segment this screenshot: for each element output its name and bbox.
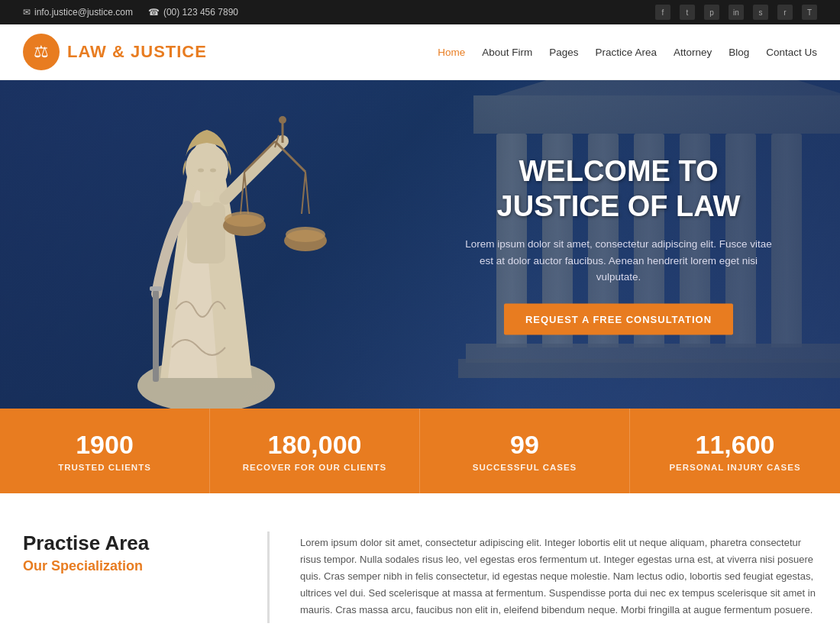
phone-icon: ☎	[148, 7, 160, 18]
about-title: Practise Area	[23, 531, 237, 555]
hero-title: WELCOME TO JUSTICE OF LAW	[458, 154, 779, 224]
svg-line-14	[302, 172, 305, 214]
svg-point-5	[210, 169, 216, 173]
nav-about-firm[interactable]: About Firm	[482, 44, 532, 61]
svg-point-13	[225, 212, 264, 227]
about-divider	[267, 531, 270, 623]
stat-number-recover: 180,000	[225, 430, 404, 460]
hero-subtitle: Lorem ipsum dolor sit amet, consectetur …	[458, 236, 779, 286]
main-nav: Home About Firm Pages Practice Area Atto…	[438, 44, 817, 61]
social-links: f t p in s r T	[655, 5, 817, 20]
stat-injury: 11,600 PERSONAL INJURY CASES	[630, 409, 840, 493]
stats-bar: 1900 TRUSTED CLIENTS 180,000 RECOVER FOR…	[0, 409, 840, 493]
logo-text: LAW & JUSTICE	[67, 42, 207, 62]
about-subtitle: Our Specialization	[23, 558, 237, 574]
header: ⚖ LAW & JUSTICE Home About Firm Pages Pr…	[0, 24, 840, 80]
nav-pages[interactable]: Pages	[549, 44, 578, 61]
top-bar: ✉ info.justice@justice.com ☎ (00) 123 45…	[0, 0, 840, 24]
about-heading: Practise Area Our Specialization	[23, 531, 237, 623]
svg-rect-6	[153, 290, 159, 382]
stat-label-recover: RECOVER FOR OUR CLIENTS	[225, 463, 404, 472]
nav-attorney[interactable]: Attorney	[674, 44, 712, 61]
svg-point-3	[186, 144, 228, 192]
stat-trusted-clients: 1900 TRUSTED CLIENTS	[0, 409, 210, 493]
nav-contact[interactable]: Contact Us	[766, 44, 817, 61]
nav-home[interactable]: Home	[438, 44, 465, 61]
svg-point-4	[198, 169, 204, 173]
stat-number-clients: 1900	[15, 430, 194, 460]
about-section: Practise Area Our Specialization Lorem i…	[0, 493, 840, 630]
lady-justice-statue	[46, 80, 367, 409]
linkedin-icon[interactable]: in	[729, 5, 744, 20]
twitter-icon[interactable]: t	[680, 5, 695, 20]
stat-label-cases: SUCCESSFUL CASES	[435, 463, 614, 472]
logo-icon: ⚖	[23, 34, 60, 70]
svg-line-8	[275, 141, 305, 172]
stat-label-injury: PERSONAL INJURY CASES	[645, 463, 825, 472]
stat-number-injury: 11,600	[645, 430, 825, 460]
svg-line-15	[305, 172, 309, 214]
rss-icon[interactable]: r	[777, 5, 793, 20]
facebook-icon[interactable]: f	[655, 5, 670, 20]
email-icon: ✉	[23, 7, 31, 18]
svg-point-17	[286, 227, 325, 242]
svg-point-19	[279, 116, 286, 124]
svg-rect-1	[187, 202, 225, 263]
hero-content: WELCOME TO JUSTICE OF LAW Lorem ipsum do…	[458, 154, 779, 335]
top-bar-contact: ✉ info.justice@justice.com ☎ (00) 123 45…	[23, 7, 238, 18]
pinterest-icon[interactable]: p	[704, 5, 719, 20]
stat-number-cases: 99	[435, 430, 614, 460]
phone-info: ☎ (00) 123 456 7890	[148, 7, 238, 18]
consultation-button[interactable]: REQUEST A FREE CONSULTATION	[504, 303, 733, 334]
hero-section: WELCOME TO JUSTICE OF LAW Lorem ipsum do…	[0, 80, 840, 409]
stat-successful: 99 SUCCESSFUL CASES	[420, 409, 630, 493]
stat-recover: 180,000 RECOVER FOR OUR CLIENTS	[210, 409, 420, 493]
email-info: ✉ info.justice@justice.com	[23, 7, 133, 18]
svg-rect-7	[150, 286, 162, 291]
nav-practice-area[interactable]: Practice Area	[596, 44, 657, 61]
logo[interactable]: ⚖ LAW & JUSTICE	[23, 34, 207, 70]
about-text: Lorem ipsum dolor sit amet, consectetur …	[300, 535, 817, 619]
tumblr-icon[interactable]: T	[802, 5, 817, 20]
skype-icon[interactable]: s	[753, 5, 768, 20]
about-body: Lorem ipsum dolor sit amet, consectetur …	[300, 531, 817, 623]
stat-label-clients: TRUSTED CLIENTS	[15, 463, 194, 472]
nav-blog[interactable]: Blog	[729, 44, 749, 61]
